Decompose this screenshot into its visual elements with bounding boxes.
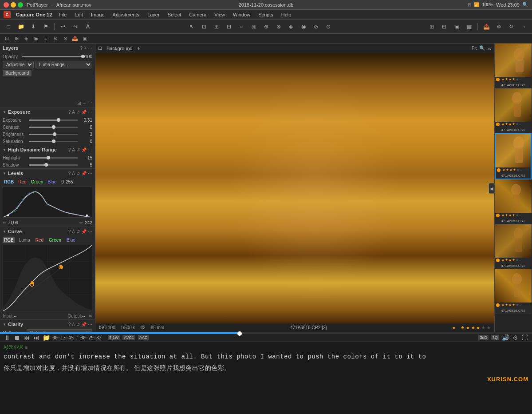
menu-camera[interactable]: Camera (188, 12, 208, 17)
curve-tab-rgb[interactable]: RGB (3, 237, 15, 243)
view-full[interactable]: ⊞ (427, 22, 437, 32)
contrast-slider[interactable] (29, 127, 78, 128)
filmstrip-item-6[interactable]: ★ ★ ★ ★ ★ - 471A6818.CR2 (495, 269, 532, 314)
prev-btn[interactable]: ⏮ (23, 334, 30, 341)
lvl-reset[interactable]: ↺ (76, 171, 80, 176)
fullscreen-btn[interactable]: ⛶ (521, 334, 528, 341)
menu-image[interactable]: Image (90, 12, 106, 17)
tab-details[interactable]: ≡ (42, 35, 50, 43)
right-panel-collapse[interactable]: ◀ (489, 183, 494, 193)
levels-pencil-left[interactable]: ✏ (3, 220, 6, 225)
curve-tab-red[interactable]: Red (34, 237, 45, 243)
next-btn[interactable]: ⏭ (33, 334, 40, 341)
clr-more[interactable]: ⋯ (88, 322, 92, 327)
filmstrip-item-3[interactable]: 2 ★ (495, 133, 532, 179)
levels-tab-blue[interactable]: Blue (46, 179, 58, 185)
filmstrip-item-2[interactable]: 1 ★ (495, 88, 532, 133)
luma-range-select[interactable]: Luma Range... (35, 61, 92, 68)
menu-help[interactable]: Help (280, 12, 293, 17)
redo-btn[interactable]: ↪ (71, 22, 80, 32)
spot-tool[interactable]: ○ (236, 22, 246, 32)
levels-tab-red[interactable]: Red (17, 179, 28, 185)
bg-layer-item[interactable]: Background (3, 70, 32, 76)
star-6[interactable]: ★ (487, 325, 491, 330)
menu-adjustments[interactable]: Adjustments (111, 12, 141, 17)
view-before-after[interactable]: ▣ (452, 22, 461, 32)
adjustment-select[interactable]: Adjustment (3, 61, 34, 68)
add-layer-icon[interactable]: ⊞ (77, 100, 81, 106)
flag-btn[interactable]: ⚑ (41, 22, 51, 32)
hdr-more[interactable]: ⋯ (88, 147, 92, 152)
curve-tab-luma[interactable]: Luma (18, 237, 32, 243)
curve-tab-green[interactable]: Green (47, 237, 63, 243)
open-media-btn[interactable]: 📁 (43, 334, 50, 341)
crv-help[interactable]: ? (68, 229, 71, 234)
clarity-header[interactable]: ▼ Clarity ? A ↺ 📌 ⋯ (0, 320, 95, 329)
hdr-reset[interactable]: ↺ (76, 147, 80, 152)
star-2[interactable]: ★ (466, 325, 470, 330)
straighten-tool[interactable]: ⊞ (212, 22, 221, 32)
lvl-help[interactable]: ? (68, 171, 71, 176)
curve-tab-blue[interactable]: Blue (65, 237, 77, 243)
image-area[interactable]: ◀ (95, 53, 494, 323)
brightness-slider[interactable] (29, 134, 78, 135)
curve-header[interactable]: ▼ Curve ? A ↺ 📌 ⋯ (0, 227, 95, 236)
delete-layer-icon[interactable]: ⋯ (87, 100, 92, 106)
stop-btn[interactable]: ⏹ (13, 334, 20, 341)
exp-pin[interactable]: 📌 (81, 110, 87, 115)
tab-library[interactable]: ⊡ (3, 35, 11, 43)
menu-file[interactable]: File (57, 12, 68, 17)
hdr-header[interactable]: ▼ High Dynamic Range ? A ↺ 📌 ⋯ (0, 145, 95, 154)
process-btn[interactable]: ⚙ (494, 22, 504, 32)
filmstrip-item-1[interactable]: ★ ★ ★ ★ ★ - 471A6807.CR2 (495, 44, 532, 88)
brush-tool[interactable]: ⊗ (274, 22, 284, 32)
saturation-slider[interactable] (29, 141, 78, 142)
layers-help[interactable]: ? (80, 46, 83, 51)
levels-pencil-right[interactable]: ✏ (79, 220, 83, 225)
heal-tool[interactable]: ⊕ (261, 22, 271, 32)
volume-btn[interactable]: 🔊 (502, 334, 509, 341)
font-btn[interactable]: A (83, 22, 93, 32)
eyedropper-icon[interactable]: ✏ (89, 314, 92, 318)
menu-edit[interactable]: Edit (73, 12, 84, 17)
close-button[interactable] (4, 2, 9, 8)
clone-tool[interactable]: ◎ (249, 22, 259, 32)
lvl-auto[interactable]: A (72, 171, 75, 176)
crv-auto[interactable]: A (72, 229, 75, 234)
lvl-more[interactable]: ⋯ (88, 171, 92, 176)
sync-btn[interactable]: ↻ (506, 22, 516, 32)
tab-meta[interactable]: ⊙ (61, 35, 69, 43)
crv-pin[interactable]: 📌 (81, 229, 87, 234)
star-4[interactable]: ★ (476, 325, 480, 330)
tab-capture[interactable]: ⊞ (12, 35, 20, 43)
method-select[interactable]: Natural (27, 329, 92, 332)
import-btn[interactable]: ⬇ (28, 22, 38, 32)
menu-scripts[interactable]: Scripts (257, 12, 275, 17)
crv-reset[interactable]: ↺ (76, 229, 80, 234)
levels-tab-rgb[interactable]: RGB (3, 179, 15, 185)
layers-add[interactable]: + (84, 46, 87, 51)
search-icon[interactable]: 🔍 (522, 2, 528, 8)
hdr-help[interactable]: ? (68, 147, 71, 152)
exp-auto[interactable]: A (72, 110, 75, 115)
add-mask-icon[interactable]: + (83, 100, 86, 106)
clr-pin[interactable]: 📌 (81, 322, 87, 327)
star-5[interactable]: ★ (481, 325, 485, 330)
tab-lens[interactable]: ⊗ (51, 35, 59, 43)
more-btn[interactable]: → (519, 22, 528, 32)
exp-more[interactable]: ⋯ (88, 110, 92, 115)
settings-btn[interactable]: ⚙ (512, 334, 519, 341)
exposure-slider[interactable] (29, 119, 78, 121)
play-pause-btn[interactable]: ⏸ (4, 334, 11, 341)
opacity-slider[interactable] (22, 56, 83, 57)
crv-more[interactable]: ⋯ (88, 229, 92, 234)
menu-layer[interactable]: Layer (146, 12, 161, 17)
highlight-slider[interactable] (29, 157, 78, 159)
view-compare[interactable]: ⊟ (439, 22, 449, 32)
lvl-pin[interactable]: 📌 (81, 171, 87, 176)
layers-more[interactable]: ⋯ (88, 46, 92, 51)
star-1[interactable]: ★ (461, 325, 465, 330)
loop-icon[interactable]: ∞ (488, 46, 492, 51)
undo-btn[interactable]: ↩ (58, 22, 68, 32)
open-btn[interactable]: 📁 (16, 22, 26, 32)
